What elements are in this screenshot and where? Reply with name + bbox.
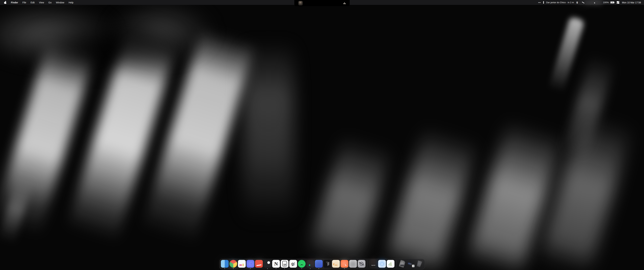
dock-item-elephant-app[interactable]	[332, 260, 340, 268]
wallpaper-streak	[309, 135, 392, 265]
dock-item-figma[interactable]	[306, 260, 314, 268]
menu-bar-status: ••• Dar jantar do Chico · in 2 m g 100%	[538, 0, 644, 5]
wallpaper-streak	[243, 40, 294, 233]
menu-file[interactable]: File	[22, 1, 26, 4]
app-menus: FileEditViewGoWindowHelp	[22, 1, 74, 4]
reminder-indicator-bar	[543, 1, 544, 4]
dock: N 10 g	[219, 259, 425, 269]
running-indicator-dot	[284, 268, 285, 269]
desktop: Finder FileEditViewGoWindowHelp ••• Dar …	[0, 0, 644, 270]
dock-separator	[396, 260, 396, 267]
wallpaper-streak	[385, 126, 478, 270]
control-center-icon[interactable]	[617, 1, 620, 4]
notch	[294, 0, 350, 6]
running-indicator-dot	[310, 268, 310, 269]
menu-go[interactable]: Go	[48, 1, 52, 4]
status-icons: g	[576, 1, 601, 4]
desktop-wallpaper	[0, 0, 644, 270]
battery-icon[interactable]	[610, 1, 614, 4]
menu-view[interactable]: View	[39, 1, 44, 4]
running-indicator-dot	[250, 268, 251, 269]
dock-item-granola[interactable]: g	[289, 260, 297, 268]
battery-percentage: 100%	[603, 1, 609, 4]
dock-item-notion-calendar[interactable]: 10	[281, 260, 288, 268]
dock-item-iphone-mirroring[interactable]	[349, 260, 357, 268]
menu-edit[interactable]: Edit	[30, 1, 34, 4]
dock-item-chrome[interactable]	[230, 260, 237, 268]
apple-menu-icon[interactable]	[4, 1, 6, 4]
dock-item-finder[interactable]	[221, 260, 228, 268]
dock-item-blue-window-app[interactable]	[315, 260, 323, 268]
dock-item-spotify[interactable]	[298, 260, 306, 268]
running-indicator-dot	[318, 268, 319, 269]
status-icon-asterisk-app[interactable]	[582, 1, 585, 4]
now-playing-album-art[interactable]	[298, 1, 303, 5]
now-playing-equalizer-icon[interactable]	[344, 2, 346, 4]
running-indicator-dot	[233, 268, 234, 269]
status-icon-1password-status[interactable]	[598, 1, 601, 4]
status-icon-display-mirroring[interactable]	[592, 1, 595, 4]
wallpaper-shadow	[24, 22, 191, 72]
menu-window[interactable]: Window	[56, 1, 64, 4]
dock-item-discord[interactable]	[246, 260, 254, 268]
active-app-name[interactable]: Finder	[11, 1, 18, 4]
dock-item-system-settings[interactable]	[358, 260, 366, 268]
running-indicator-dot	[301, 268, 302, 269]
menu-bar-clock[interactable]: Mon 10 Mar 17:58	[622, 1, 641, 4]
dock-item-linear[interactable]	[264, 260, 271, 268]
dock-item-todoist[interactable]	[255, 260, 263, 268]
menu-help[interactable]: Help	[68, 1, 74, 4]
dock-item-document-file[interactable]	[398, 260, 406, 268]
running-indicator-dot	[276, 268, 276, 269]
reminder-text[interactable]: Dar jantar do Chico · in 2 m	[546, 1, 574, 4]
dock-item-notion[interactable]: N	[272, 260, 280, 268]
running-indicator-dot	[267, 268, 268, 269]
wallpaper-streak	[547, 16, 585, 96]
status-overflow-button[interactable]: •••	[538, 1, 541, 4]
dock-item-1password[interactable]	[378, 260, 386, 268]
running-indicator-dot	[344, 268, 345, 269]
dock-item-trash[interactable]	[416, 260, 423, 268]
dock-item-google-drive[interactable]	[387, 260, 394, 268]
running-indicator-dot	[224, 268, 225, 269]
status-icon-granola-assistant[interactable]: g	[576, 1, 579, 4]
dock-item-slack[interactable]	[238, 260, 246, 268]
dock-item-3d-cube-app[interactable]	[324, 260, 331, 268]
dock-separator	[367, 260, 368, 267]
dock-item-raycast[interactable]: raycast	[369, 260, 377, 268]
dock-item-postman[interactable]	[340, 260, 348, 268]
dock-item-screenshot-file[interactable]: 10	[407, 260, 414, 268]
status-icon-pick-app[interactable]	[587, 1, 590, 4]
